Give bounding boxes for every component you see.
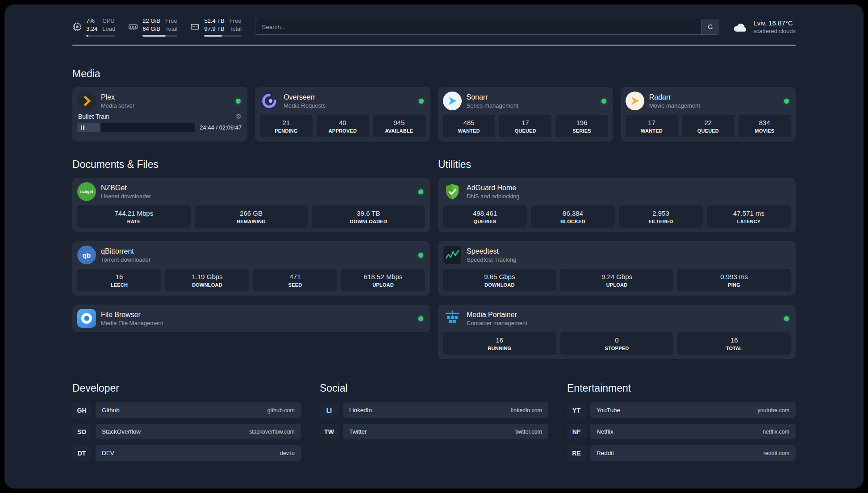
- cpu-label: CPU: [102, 17, 115, 25]
- gear-icon[interactable]: ⚙: [236, 113, 242, 121]
- screen: 7% 3.24 CPU Load: [0, 0, 868, 493]
- status-dot: [419, 99, 424, 104]
- stat-tile: 39.6 TB DOWNLOADED: [312, 205, 425, 228]
- bookmark-group-developer: Developer GH Github github.com SO StackO…: [72, 382, 301, 467]
- section-title-documents: Documents & Files: [72, 159, 430, 171]
- bookmark-row: LI LinkedIn linkedin.com: [320, 402, 548, 418]
- app-card-plex[interactable]: Plex Media server Bullet Train ⚙ 24:44 /…: [72, 87, 247, 142]
- bookmark-link-github[interactable]: Github github.com: [96, 402, 301, 418]
- bookmarks-section: Developer GH Github github.com SO StackO…: [72, 382, 796, 480]
- search-engine-button[interactable]: G: [701, 19, 719, 34]
- bookmark-abbr: LI: [320, 402, 338, 418]
- playback-time: 24:44 / 02:06:47: [200, 124, 242, 131]
- disk-total-value: 97.9 TB: [204, 25, 224, 33]
- plex-icon: [77, 92, 96, 110]
- disk-metric: 52.4 TB 97.9 TB Free Total: [190, 17, 242, 37]
- status-dot: [784, 316, 789, 321]
- stat-tile: 16 RUNNING: [443, 332, 556, 355]
- bookmark-link-dev[interactable]: DEV dev.to: [96, 445, 301, 461]
- stat-tile: 498,461 QUERIES: [443, 205, 527, 228]
- app-card-radarr[interactable]: Radarr Movie management 17 WANTED 22 QUE…: [621, 87, 796, 142]
- speedtest-icon: [443, 246, 462, 264]
- bookmark-abbr: GH: [72, 402, 91, 418]
- cpu-metric: 7% 3.24 CPU Load: [72, 17, 115, 37]
- stat-tile: 17 WANTED: [626, 115, 678, 137]
- cloud-icon: [733, 21, 748, 33]
- section-title-developer: Developer: [72, 382, 301, 394]
- stat-tile: 40 APPROVED: [317, 115, 369, 137]
- app-card-adguard[interactable]: AdGuard Home DNS and adblocking 498,461 …: [438, 178, 796, 232]
- status-dot: [418, 253, 423, 258]
- stat-tile: 17 QUEUED: [499, 115, 551, 137]
- system-metrics: 7% 3.24 CPU Load: [72, 17, 242, 37]
- app-subtitle: Usenet downloader: [101, 193, 151, 200]
- bookmark-link-reddit[interactable]: Reddit reddit.com: [590, 445, 796, 461]
- app-card-portainer[interactable]: Media Portainer Container management 16 …: [438, 305, 796, 359]
- status-dot: [784, 99, 789, 104]
- bookmark-row: NF Netflix netflix.com: [567, 424, 796, 439]
- app-card-overseerr[interactable]: Overseerr Media Requests 21 PENDING 40 A…: [255, 87, 430, 142]
- documents-section: Documents & Files nzbget NZBGet Usenet d…: [72, 159, 430, 359]
- weather-condition: scattered clouds: [753, 28, 796, 34]
- ram-free-label: Free: [165, 17, 177, 25]
- app-card-qbittorrent[interactable]: qb qBittorrent Torrent downloader 16 LEE…: [72, 241, 430, 296]
- section-title-media: Media: [72, 68, 796, 80]
- qbittorrent-icon: qb: [77, 246, 96, 264]
- search-bar: G: [255, 19, 719, 35]
- bookmark-abbr: DT: [72, 445, 91, 461]
- bookmark-row: YT YouTube youtube.com: [567, 402, 796, 418]
- ram-icon: [128, 22, 138, 32]
- bookmark-group-social: Social LI LinkedIn linkedin.com TW Twitt…: [320, 382, 548, 467]
- bookmark-link-netflix[interactable]: Netflix netflix.com: [590, 424, 796, 439]
- app-name: Speedtest: [467, 247, 516, 255]
- nzbget-icon: nzbget: [77, 182, 96, 201]
- app-name: NZBGet: [101, 184, 151, 192]
- app-card-sonarr[interactable]: Sonarr Series management 485 WANTED 17 Q…: [438, 87, 613, 142]
- search-input[interactable]: [255, 19, 719, 35]
- section-title-utilities: Utilities: [438, 159, 796, 171]
- stat-tile: 744.21 Mbps RATE: [77, 205, 191, 228]
- cpu-percent: 7%: [86, 17, 97, 25]
- cpu-load-value: 3.24: [86, 25, 97, 33]
- status-dot: [236, 99, 241, 104]
- status-dot: [601, 99, 606, 104]
- stat-tile: 22 QUEUED: [682, 115, 734, 137]
- topbar: 7% 3.24 CPU Load: [72, 17, 796, 37]
- pause-icon[interactable]: [81, 125, 84, 130]
- app-name: AdGuard Home: [467, 184, 520, 192]
- overseerr-icon: [260, 92, 279, 110]
- disk-total-label: Total: [230, 25, 242, 33]
- app-name: Radarr: [649, 93, 700, 101]
- bookmark-group-entertainment: Entertainment YT YouTube youtube.com NF …: [567, 382, 796, 467]
- app-card-speedtest[interactable]: Speedtest Speedtest Tracking 9.65 Gbps D…: [438, 241, 796, 296]
- cpu-load-label: Load: [102, 25, 115, 33]
- status-dot: [418, 189, 423, 194]
- ram-total-value: 64 GiB: [142, 25, 160, 33]
- topbar-divider: [72, 45, 796, 46]
- stat-tile: 0 STOPPED: [560, 332, 674, 355]
- weather-widget: Lviv, 16.87°C scattered clouds: [733, 19, 796, 34]
- stat-tile: 86,384 BLOCKED: [531, 205, 615, 228]
- app-subtitle: Movie management: [649, 102, 700, 109]
- bookmark-row: SO StackOverflow stackoverflow.com: [72, 424, 301, 439]
- stat-tile: 47.571 ms LATENCY: [707, 205, 791, 228]
- bookmark-row: TW Twitter twitter.com: [320, 424, 548, 439]
- bookmark-link-stackoverflow[interactable]: StackOverflow stackoverflow.com: [96, 424, 301, 439]
- bookmark-abbr: SO: [72, 424, 91, 439]
- bookmark-link-twitter[interactable]: Twitter twitter.com: [343, 424, 548, 439]
- sonarr-icon: [443, 92, 462, 110]
- app-card-filebrowser[interactable]: File Browser Media File Management: [72, 305, 430, 332]
- bookmark-link-youtube[interactable]: YouTube youtube.com: [590, 402, 796, 418]
- stat-tile: 21 PENDING: [260, 115, 312, 137]
- utilities-section: Utilities AdGuard Home DNS and adblockin…: [438, 159, 796, 359]
- adguard-icon: [443, 182, 462, 201]
- media-section: Plex Media server Bullet Train ⚙ 24:44 /…: [72, 87, 796, 142]
- ram-free-value: 22 GiB: [142, 17, 160, 25]
- playback-progress-bar[interactable]: [77, 123, 195, 132]
- stat-tile: 0.993 ms PING: [677, 269, 791, 291]
- bookmark-link-linkedin[interactable]: LinkedIn linkedin.com: [343, 402, 548, 418]
- app-name: Plex: [101, 93, 134, 101]
- disk-free-value: 52.4 TB: [204, 17, 224, 25]
- app-subtitle: Container management: [467, 320, 527, 326]
- app-card-nzbget[interactable]: nzbget NZBGet Usenet downloader 744.21 M…: [72, 178, 430, 232]
